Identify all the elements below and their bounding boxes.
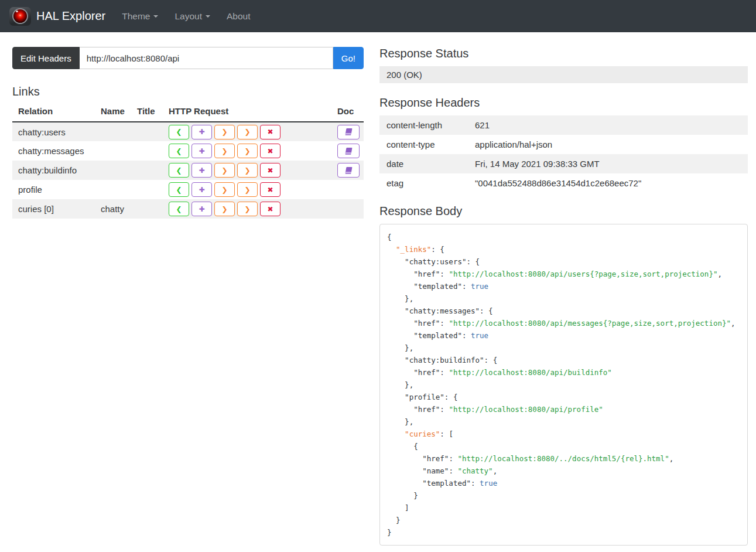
put-request-button[interactable]: ❯	[214, 182, 235, 197]
link-row: curies [0]chatty❮✚❯❯✖	[12, 199, 364, 219]
title-cell	[137, 141, 169, 161]
post-request-button[interactable]: ✚	[191, 182, 212, 197]
put-request-button[interactable]: ❯	[214, 202, 235, 216]
name-cell: chatty	[101, 199, 137, 219]
code-line: "name": "chatty",	[387, 465, 740, 477]
relation-cell: chatty:buildinfo	[12, 161, 101, 180]
doc-button[interactable]	[337, 163, 360, 178]
http-request-cell: ❮✚❯❯✖	[169, 199, 337, 219]
response-status-value: 200 (OK)	[379, 66, 748, 83]
get-request-button[interactable]: ❮	[169, 202, 189, 216]
header-value-cell: "0041da552488d86e31454d1c2e68eec72"	[475, 173, 748, 193]
put-icon: ❯	[221, 186, 227, 194]
response-body-code: { "_links": { "chatty:users": { "href": …	[379, 224, 748, 546]
name-cell	[101, 161, 137, 180]
relation-cell: chatty:users	[12, 122, 101, 141]
put-icon: ❯	[221, 128, 227, 136]
url-input[interactable]	[80, 47, 333, 69]
delete-icon: ✖	[267, 128, 273, 136]
delete-icon: ✖	[267, 147, 273, 155]
navbar: HAL Explorer ThemeLayoutAbout	[0, 0, 756, 32]
put-request-button[interactable]: ❯	[214, 163, 235, 178]
code-line: }	[387, 514, 740, 526]
nav-item-layout[interactable]: Layout	[166, 11, 218, 22]
patch-request-button[interactable]: ❯	[237, 182, 258, 197]
nav-item-label: Layout	[175, 11, 202, 22]
name-cell	[101, 180, 137, 199]
doc-button[interactable]	[337, 144, 360, 158]
doc-button[interactable]	[337, 125, 360, 139]
put-icon: ❯	[221, 205, 227, 213]
title-cell	[137, 180, 169, 199]
post-request-button[interactable]: ✚	[191, 125, 212, 139]
nav-item-theme[interactable]: Theme	[114, 11, 166, 22]
put-request-button[interactable]: ❯	[214, 125, 235, 139]
http-request-cell: ❮✚❯❯✖	[169, 141, 337, 161]
relation-cell: curies [0]	[12, 199, 101, 219]
go-button[interactable]: Go!	[333, 47, 364, 69]
code-line: "href": "http://localhost:8080/api/users…	[387, 268, 740, 280]
delete-request-button[interactable]: ✖	[260, 182, 280, 197]
code-line: "href": "http://localhost:8080/api/build…	[387, 366, 740, 379]
code-line: "_links": {	[387, 243, 740, 255]
get-icon: ❮	[176, 205, 182, 213]
hal-9000-logo-icon	[9, 7, 31, 26]
put-icon: ❯	[221, 166, 227, 175]
code-line: },	[387, 415, 740, 428]
code-line: "chatty:users": {	[387, 255, 740, 268]
patch-icon: ❯	[244, 166, 250, 175]
links-table: Relation Name Title HTTP Request Doc cha…	[12, 104, 364, 219]
header-name-cell: etag	[379, 173, 475, 193]
delete-icon: ✖	[267, 205, 273, 213]
code-line: "templated": true	[387, 329, 740, 342]
patch-request-button[interactable]: ❯	[237, 125, 258, 139]
links-section-title: Links	[12, 85, 364, 98]
get-request-button[interactable]: ❮	[169, 163, 189, 178]
hal-red-eye-icon	[12, 8, 28, 24]
response-status-title: Response Status	[379, 47, 748, 60]
request-bar: Edit Headers Go!	[12, 47, 364, 69]
get-request-button[interactable]: ❮	[169, 144, 189, 158]
patch-request-button[interactable]: ❯	[237, 144, 258, 158]
doc-cell	[337, 161, 364, 180]
nav-item-about[interactable]: About	[218, 11, 259, 22]
post-request-button[interactable]: ✚	[191, 144, 212, 158]
book-icon	[344, 128, 353, 136]
post-icon: ✚	[199, 166, 204, 175]
delete-request-button[interactable]: ✖	[260, 125, 280, 139]
post-request-button[interactable]: ✚	[191, 163, 212, 178]
title-cell	[137, 122, 169, 141]
get-icon: ❮	[176, 166, 182, 175]
response-header-row: content-typeapplication/hal+json	[379, 135, 748, 154]
relation-cell: chatty:messages	[12, 141, 101, 161]
code-line: {	[387, 231, 740, 243]
patch-request-button[interactable]: ❯	[237, 202, 258, 216]
patch-request-button[interactable]: ❯	[237, 163, 258, 178]
http-request-cell: ❮✚❯❯✖	[169, 122, 337, 141]
put-request-button[interactable]: ❯	[214, 144, 235, 158]
edit-headers-button[interactable]: Edit Headers	[12, 47, 80, 69]
get-request-button[interactable]: ❮	[169, 125, 189, 139]
post-request-button[interactable]: ✚	[191, 202, 212, 216]
column-header-relation: Relation	[12, 104, 101, 122]
patch-icon: ❯	[244, 147, 250, 155]
header-value-cell: 621	[475, 115, 748, 135]
response-header-row: etag"0041da552488d86e31454d1c2e68eec72"	[379, 173, 748, 193]
brand-link[interactable]: HAL Explorer	[9, 7, 105, 26]
chevron-down-icon	[153, 15, 158, 18]
post-icon: ✚	[199, 205, 204, 213]
http-request-cell: ❮✚❯❯✖	[169, 161, 337, 180]
code-line: "href": "http://localhost:8080/../docs/h…	[387, 452, 740, 465]
response-body-title: Response Body	[379, 205, 748, 218]
delete-request-button[interactable]: ✖	[260, 144, 280, 158]
delete-request-button[interactable]: ✖	[260, 202, 280, 216]
doc-cell	[337, 199, 364, 219]
doc-cell	[337, 122, 364, 141]
delete-icon: ✖	[267, 166, 273, 175]
code-line: "chatty:messages": {	[387, 305, 740, 317]
code-line: },	[387, 292, 740, 305]
link-row: profile❮✚❯❯✖	[12, 180, 364, 199]
delete-request-button[interactable]: ✖	[260, 163, 280, 178]
get-request-button[interactable]: ❮	[169, 182, 189, 197]
app-title: HAL Explorer	[36, 9, 105, 23]
